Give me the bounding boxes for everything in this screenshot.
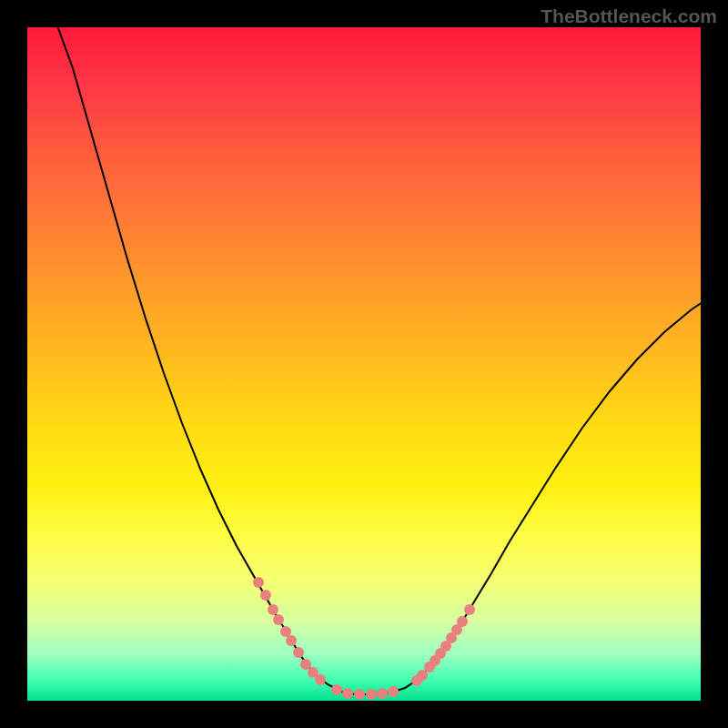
curve-marker bbox=[280, 626, 291, 637]
curve-marker bbox=[273, 614, 284, 625]
curve-marker bbox=[377, 688, 388, 699]
curve-marker bbox=[388, 686, 399, 697]
curve-marker bbox=[354, 689, 365, 700]
curve-marker bbox=[268, 604, 278, 615]
watermark-text: TheBottleneck.com bbox=[541, 5, 717, 27]
curve-marker bbox=[464, 604, 475, 615]
curve-marker bbox=[293, 647, 304, 658]
curve-marker bbox=[315, 674, 326, 685]
curve-marker bbox=[260, 590, 271, 601]
curve-marker bbox=[366, 689, 377, 700]
curve-marker bbox=[331, 684, 342, 695]
curve-marker bbox=[286, 635, 297, 646]
chart-container: TheBottleneck.com bbox=[0, 0, 728, 728]
curve-marker bbox=[457, 616, 468, 627]
curve-markers-left bbox=[253, 577, 326, 685]
curve-marker bbox=[417, 670, 428, 681]
curve-marker bbox=[342, 688, 353, 699]
curve-marker bbox=[300, 659, 311, 670]
plot-area bbox=[27, 27, 701, 701]
bottleneck-curve bbox=[55, 27, 701, 694]
curve-markers-bottom bbox=[331, 684, 399, 700]
curve-marker bbox=[253, 577, 264, 588]
chart-svg bbox=[27, 27, 701, 701]
